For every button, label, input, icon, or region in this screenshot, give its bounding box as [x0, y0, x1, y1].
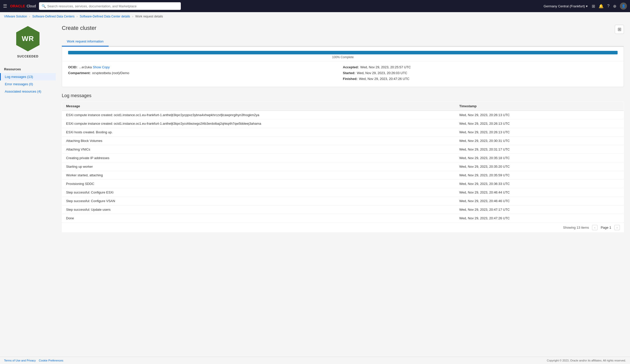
log-timestamp-cell: Wed, Nov 29, 2023, 20:31:17 UTC — [455, 145, 624, 154]
log-messages-section-title: Log messages — [62, 93, 624, 98]
log-message-cell: Provisioning SDDC — [62, 180, 455, 188]
accepted-value: Wed, Nov 29, 2023, 20:25:57 UTC — [360, 65, 411, 69]
footer-cookie-link[interactable]: Cookie Preferences — [39, 359, 63, 362]
compartment-value: ocvptestbeta (root)/Demo — [92, 71, 129, 75]
page-footer: Terms of Use and Privacy Cookie Preferen… — [0, 357, 630, 364]
started-field: Started: Wed, Nov 29, 2023, 20:26:03 UTC — [343, 71, 618, 75]
sidebar-item-error-messages[interactable]: Error messages (0) — [0, 80, 56, 88]
cloud-shell-icon[interactable]: ⊞ — [592, 4, 595, 9]
sidebar-icon-area: WR SUCCEEDED — [0, 25, 56, 63]
sidebar-item-log-messages[interactable]: Log messages (13) — [0, 73, 56, 80]
topnav-right: Germany Central (Frankfurt) ▾ ⊞ 🔔 ? ⊕ 👤 — [544, 3, 627, 10]
log-message-cell: Step successful: Configure VSAN — [62, 197, 455, 205]
log-table-row: Attaching VNICs Wed, Nov 29, 2023, 20:31… — [62, 145, 624, 154]
help-panel-button[interactable]: ⊞ — [615, 25, 624, 34]
log-table-row: Creating private IP addresses Wed, Nov 2… — [62, 154, 624, 162]
page-title: Create cluster — [62, 25, 96, 31]
log-table-row: Step successful: Configure ESXi Wed, Nov… — [62, 188, 624, 197]
breadcrumb-sep-2: › — [77, 15, 78, 18]
log-timestamp-cell: Wed, Nov 29, 2023, 20:26:13 UTC — [455, 111, 624, 119]
global-search-box[interactable]: 🔍 — [39, 2, 181, 10]
info-fields-left: OCID: ...er2uka Show Copy Compartment: o… — [68, 65, 343, 83]
log-table-row: Step successful: Update users Wed, Nov 2… — [62, 205, 624, 214]
progress-container: 100% Complete — [62, 47, 624, 61]
page-indicator: Page 1 — [601, 226, 611, 229]
log-timestamp-cell: Wed, Nov 29, 2023, 20:35:59 UTC — [455, 171, 624, 180]
log-message-cell: ESXi hosts created. Booting up. — [62, 128, 455, 137]
chevron-down-icon: ▾ — [586, 4, 588, 8]
log-timestamp-cell: Wed, Nov 29, 2023, 20:47:26 UTC — [455, 214, 624, 223]
region-selector[interactable]: Germany Central (Frankfurt) ▾ — [544, 4, 588, 8]
search-icon: 🔍 — [42, 4, 46, 8]
user-avatar[interactable]: 👤 — [620, 3, 627, 10]
oracle-wordmark: ORACLE — [10, 4, 25, 8]
log-table-row: Step successful: Configure VSAN Wed, Nov… — [62, 197, 624, 205]
ocid-show-link[interactable]: Show — [93, 65, 101, 69]
log-timestamp-cell: Wed, Nov 29, 2023, 20:26:13 UTC — [455, 128, 624, 137]
info-fields: OCID: ...er2uka Show Copy Compartment: o… — [62, 61, 624, 87]
region-label: Germany Central (Frankfurt) — [544, 4, 585, 8]
pagination-prev-button[interactable]: ‹ — [592, 225, 598, 230]
log-timestamp-cell: Wed, Nov 29, 2023, 20:35:18 UTC — [455, 154, 624, 162]
progress-bar-track — [68, 51, 618, 54]
main-content: Create cluster ⊞ Work request informatio… — [56, 21, 630, 357]
breadcrumb-current: Work request details — [135, 15, 163, 18]
finished-value: Wed, Nov 29, 2023, 20:47:26 UTC — [359, 77, 409, 81]
pagination-next-button[interactable]: › — [614, 225, 620, 230]
progress-bar-fill — [68, 51, 618, 54]
compartment-label: Compartment: — [68, 71, 91, 75]
log-message-cell: Attaching Block Volumes — [62, 137, 455, 145]
log-message-cell: Done — [62, 214, 455, 223]
work-request-info-card: 100% Complete OCID: ...er2uka Show Copy … — [62, 47, 624, 87]
log-message-cell: Creating private IP addresses — [62, 154, 455, 162]
ocid-field: OCID: ...er2uka Show Copy — [68, 65, 343, 69]
log-message-cell: Step successful: Update users — [62, 205, 455, 214]
breadcrumb-vmware-solution[interactable]: VMware Solution — [4, 15, 27, 18]
log-message-cell: ESXi compute instance created: ocid1.ins… — [62, 119, 455, 128]
col-header-timestamp: Timestamp — [455, 102, 624, 111]
ocid-label: OCID: — [68, 65, 77, 69]
main-layout: WR SUCCEEDED Resources Log messages (13)… — [0, 21, 630, 357]
cloud-wordmark: Cloud — [27, 4, 36, 8]
log-table-row: ESXi compute instance created: ocid1.ins… — [62, 119, 624, 128]
log-timestamp-cell: Wed, Nov 29, 2023, 20:46:46 UTC — [455, 197, 624, 205]
log-timestamp-cell: Wed, Nov 29, 2023, 20:36:33 UTC — [455, 180, 624, 188]
log-message-cell: Step successful: Configure ESXi — [62, 188, 455, 197]
breadcrumb: VMware Solution › Software-Defined Data … — [0, 12, 630, 21]
sidebar-item-associated-resources[interactable]: Associated resources (4) — [0, 88, 56, 95]
notifications-icon[interactable]: 🔔 — [599, 4, 604, 9]
breadcrumb-sddc[interactable]: Software-Defined Data Centers — [32, 15, 74, 18]
breadcrumb-sddc-details[interactable]: Software-Defined Data Center details — [80, 15, 130, 18]
tab-work-request-information[interactable]: Work request information — [62, 37, 109, 47]
breadcrumb-sep-3: › — [132, 15, 134, 18]
log-message-cell: Worker started, attaching — [62, 171, 455, 180]
hamburger-menu-icon[interactable]: ☰ — [3, 3, 7, 9]
started-value: Wed, Nov 29, 2023, 20:26:03 UTC — [357, 71, 407, 75]
log-table-row: ESXi hosts created. Booting up. Wed, Nov… — [62, 128, 624, 137]
col-header-message: Message — [62, 102, 455, 111]
ocid-copy-link[interactable]: Copy — [102, 65, 110, 69]
progress-label: 100% Complete — [68, 55, 618, 59]
log-timestamp-cell: Wed, Nov 29, 2023, 20:47:17 UTC — [455, 205, 624, 214]
sidebar-resources-label: Resources — [0, 65, 56, 73]
footer-links: Terms of Use and Privacy Cookie Preferen… — [4, 359, 63, 362]
log-message-cell: Starting up worker — [62, 162, 455, 171]
ocid-value: ...er2uka — [79, 65, 92, 69]
settings-icon[interactable]: ⊕ — [613, 4, 616, 9]
footer-terms-link[interactable]: Terms of Use and Privacy — [4, 359, 36, 362]
help-icon[interactable]: ? — [607, 4, 609, 8]
topnav: ☰ ORACLE Cloud 🔍 Germany Central (Frankf… — [0, 0, 630, 12]
log-messages-table: Message Timestamp ESXi compute instance … — [62, 101, 624, 223]
log-timestamp-cell: Wed, Nov 29, 2023, 20:46:44 UTC — [455, 188, 624, 197]
finished-field: Finished: Wed, Nov 29, 2023, 20:47:26 UT… — [343, 77, 618, 81]
log-table-row: Starting up worker Wed, Nov 29, 2023, 20… — [62, 162, 624, 171]
log-message-cell: ESXi compute instance created: ocid1.ins… — [62, 111, 455, 119]
search-input[interactable] — [47, 4, 178, 8]
tab-bar: Work request information — [62, 37, 624, 47]
footer-copyright: Copyright © 2023, Oracle and/or its affi… — [547, 359, 626, 362]
info-fields-right: Accepted: Wed, Nov 29, 2023, 20:25:57 UT… — [343, 65, 618, 83]
status-badge: SUCCEEDED — [17, 55, 38, 58]
wr-icon: WR — [14, 25, 42, 53]
oracle-logo: ORACLE Cloud — [10, 4, 36, 8]
log-table-row: Worker started, attaching Wed, Nov 29, 2… — [62, 171, 624, 180]
